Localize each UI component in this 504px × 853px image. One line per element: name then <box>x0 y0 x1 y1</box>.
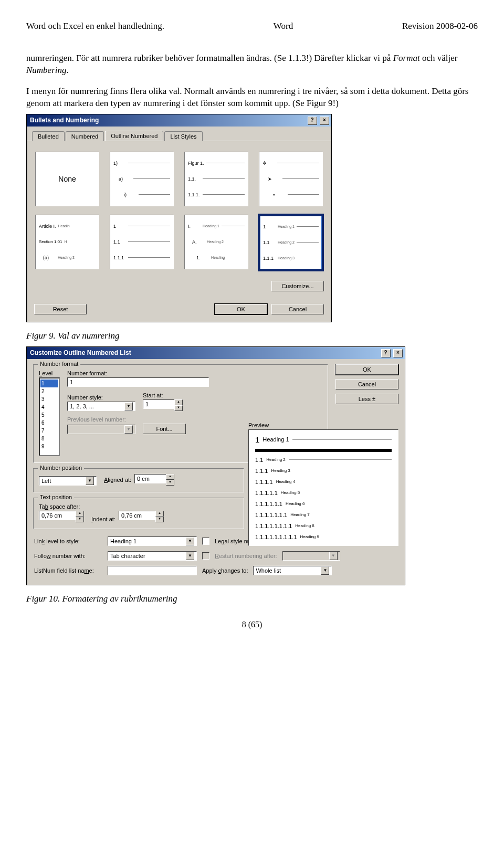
number-format-input[interactable]: 1 <box>67 377 209 387</box>
thumb-heading-selected[interactable]: 1Heading 1 1.1Heading 2 1.1.1Heading 3 <box>259 215 323 270</box>
dialog2-titlebar: Customize Outline Numbered List ? × <box>27 347 405 359</box>
chevron-down-icon: ▼ <box>124 402 133 410</box>
chevron-down-icon: ▼ <box>321 566 329 575</box>
group-number-position: Number position <box>38 465 84 471</box>
start-at-spinner[interactable]: 1 ▲▼ <box>143 399 183 411</box>
dialog1-titlebar: Bullets and Numbering ? × <box>27 114 331 127</box>
level-listbox[interactable]: 1 2 3 4 5 6 7 8 9 <box>39 377 60 456</box>
dialog2-title: Customize Outline Numbered List <box>30 349 131 356</box>
page-header: Word och Excel en enkel handledning. Wor… <box>26 21 478 31</box>
paragraph-2: I menyn för numrering finns flera olika … <box>26 86 478 110</box>
dialog1-tabs: Bulleted Numbered Outline Numbered List … <box>27 127 331 141</box>
listnum-input[interactable] <box>108 566 197 575</box>
chevron-down-icon: ▼ <box>186 537 194 545</box>
close-icon[interactable]: × <box>320 117 329 125</box>
chevron-down-icon: ▼ <box>124 425 133 434</box>
thumb-none[interactable]: None <box>35 152 99 206</box>
indent-at-label: Indent at: <box>91 516 116 522</box>
cancel-button[interactable]: Cancel <box>335 379 398 389</box>
customize-outline-dialog: Customize Outline Numbered List ? × OK C… <box>26 346 405 585</box>
tab-bulleted[interactable]: Bulleted <box>32 131 65 141</box>
listnum-label: ListNum field list name: <box>34 567 102 574</box>
dialog1-title: Bullets and Numbering <box>30 117 99 124</box>
tab-list-styles[interactable]: List Styles <box>164 131 202 141</box>
legal-style-checkbox[interactable] <box>202 538 209 545</box>
follow-with-label: Follow number with: <box>34 553 102 559</box>
number-style-label: Number style: <box>67 394 135 401</box>
paragraph-1: numreringen. För att numrera rubriker be… <box>26 52 478 77</box>
font-button[interactable]: Font... <box>143 424 186 434</box>
help-icon[interactable]: ? <box>381 349 391 357</box>
ok-button[interactable]: OK <box>215 304 267 314</box>
ok-button[interactable]: OK <box>335 364 398 375</box>
aligned-at-spinner[interactable]: 0 cm ▲▼ <box>134 474 174 486</box>
start-at-label: Start at: <box>143 392 183 398</box>
preview-box: 1Heading 1 1.1Heading 2 1.1.1Heading 3 1… <box>248 429 398 546</box>
outline-thumbnails: None 1) a) i) Figur 1. 1.1. 1.1.1. ❖ ➤ ▪… <box>27 141 331 276</box>
position-align-select[interactable]: Left▼ <box>39 476 97 486</box>
dialog1-bottom-buttons: Reset OK Cancel <box>27 299 331 322</box>
prev-level-select: ▼ <box>67 425 135 434</box>
less-button[interactable]: Less ± <box>335 394 398 404</box>
link-level-select[interactable]: Heading 1▼ <box>108 536 197 546</box>
tab-outline-numbered[interactable]: Outline Numbered <box>105 131 163 141</box>
number-style-select[interactable]: 1, 2, 3, ...▼ <box>67 402 135 411</box>
chevron-down-icon: ▼ <box>186 552 194 560</box>
restart-label: Restart numbering after: <box>215 553 277 559</box>
close-icon[interactable]: × <box>393 349 403 357</box>
thumb-1a-i[interactable]: 1) a) i) <box>110 152 174 206</box>
link-level-label: Link level to style: <box>34 538 102 544</box>
cancel-button[interactable]: Cancel <box>271 304 324 314</box>
number-format-label: Number format: <box>67 370 322 376</box>
bullets-numbering-dialog: Bullets and Numbering ? × Bulleted Numbe… <box>26 114 332 322</box>
help-icon[interactable]: ? <box>308 117 317 125</box>
chevron-down-icon: ▼ <box>86 477 94 485</box>
follow-with-select[interactable]: Tab character▼ <box>108 551 197 561</box>
group-text-position: Text position <box>38 494 74 500</box>
figure-10-caption: Figur 10. Formatering av rubriknumering <box>26 594 478 604</box>
thumb-I-A-1[interactable]: I.Heading 1 A.Heading 2 1.Heading <box>184 215 248 269</box>
thumb-article[interactable]: Article I.Headin Section 1.01H (a)Headin… <box>35 215 99 269</box>
indent-at-spinner[interactable]: 0,76 cm ▲▼ <box>119 511 164 522</box>
group-number-format: Number format <box>38 361 80 367</box>
thumb-figur[interactable]: Figur 1. 1.1. 1.1.1. <box>184 152 248 206</box>
thumb-bullets[interactable]: ❖ ➤ ▪ <box>259 152 323 206</box>
chevron-down-icon: ▼ <box>329 552 338 560</box>
page-number: 8 (65) <box>26 620 478 629</box>
thumb-1-11-111[interactable]: 1 1.1 1.1.1 <box>110 215 174 269</box>
header-left: Word och Excel en enkel handledning. <box>26 21 164 31</box>
header-right: Revision 2008-02-06 <box>402 21 478 31</box>
apply-label: Apply changes to: <box>202 567 248 574</box>
level-label: Level <box>39 370 60 376</box>
restart-select: ▼ <box>282 551 340 561</box>
tab-numbered[interactable]: Numbered <box>66 131 104 141</box>
reset-button[interactable]: Reset <box>34 304 87 314</box>
dialog2-right-buttons: OK Cancel Less ± <box>335 364 398 404</box>
apply-select[interactable]: Whole list▼ <box>253 566 332 575</box>
figure-9-caption: Figur 9. Val av numrering <box>26 331 478 341</box>
aligned-at-label: Aligned at: <box>104 477 131 483</box>
header-center: Word <box>274 21 293 31</box>
customize-button[interactable]: Customize... <box>271 281 324 291</box>
tab-after-label: Tab space after: <box>39 503 84 510</box>
dialog1-customize-row: Customize... <box>27 276 331 299</box>
tab-after-spinner[interactable]: 0,76 cm ▲▼ <box>39 511 84 522</box>
preview-label: Preview <box>248 422 398 428</box>
restart-checkbox <box>202 552 209 560</box>
